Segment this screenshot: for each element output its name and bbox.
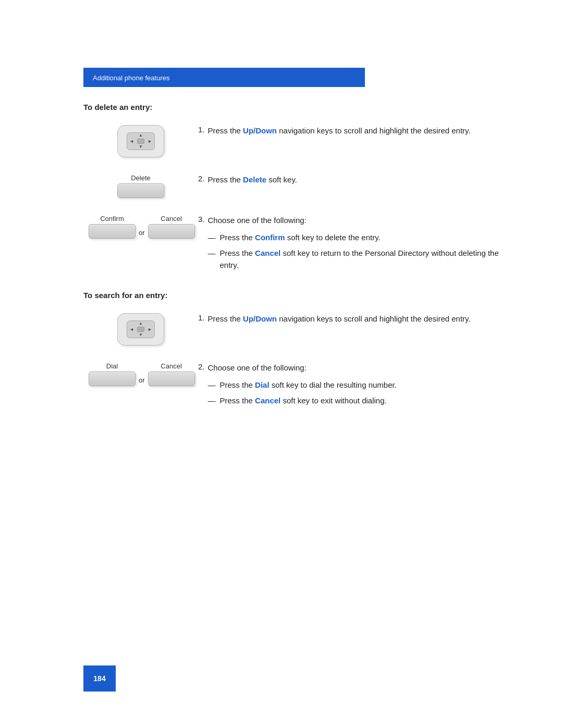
- dial-highlight: Dial: [255, 380, 270, 389]
- cancel-soft-key-2[interactable]: [148, 372, 195, 386]
- section1-step1-widget: ▲ ◄ ► ▼: [83, 123, 198, 157]
- updown-highlight-2: Up/Down: [243, 314, 277, 323]
- or-text-2: or: [139, 376, 145, 386]
- page-number: 184: [93, 674, 105, 683]
- section2: To search for an entry: ▲ ◄ ►: [83, 291, 500, 411]
- section2-step2-row: Dial or Cancel 2. Choose one: [83, 360, 500, 411]
- section2-step1-row: ▲ ◄ ► ▼ 1.: [83, 311, 500, 346]
- page-number-box: 184: [83, 665, 116, 692]
- section2-step2-text: 2. Choose one of the following: — Press …: [198, 360, 500, 411]
- header-bar: Additional phone features: [83, 68, 365, 87]
- section2-step1-text: 1. Press the Up/Down navigation keys to …: [198, 311, 500, 325]
- dial-key-label: Dial: [106, 362, 118, 370]
- section1-step2-text: 2. Press the Delete soft key.: [198, 172, 500, 186]
- cancel-highlight-2: Cancel: [255, 396, 280, 405]
- nav-up-arrow: ▲: [139, 133, 143, 138]
- nav-left-arrow: ◄: [129, 139, 134, 144]
- section1-step1-row: ▲ ◄ ► ▼ 1.: [83, 123, 500, 157]
- updown-highlight-1: Up/Down: [243, 126, 277, 135]
- section2-step2-widget: Dial or Cancel: [83, 360, 198, 386]
- dial-soft-key[interactable]: [89, 372, 136, 386]
- nav-center-btn: [137, 139, 144, 144]
- nav-key-inner: ▲ ◄ ► ▼: [127, 132, 155, 150]
- section1-step2-widget: Delete: [83, 172, 198, 198]
- nav-arrow-row: ◄ ►: [129, 139, 152, 144]
- section1: To delete an entry: ▲ ◄ ►: [83, 103, 500, 275]
- delete-highlight: Delete: [243, 175, 266, 184]
- section1-step3-text: 3. Choose one of the following: — Press …: [198, 213, 500, 275]
- section2-step1-widget: ▲ ◄ ► ▼: [83, 311, 198, 346]
- nav-down-arrow: ▼: [139, 145, 143, 149]
- cancel-key-label-1: Cancel: [161, 215, 181, 223]
- cancel-soft-key-1[interactable]: [148, 224, 195, 239]
- confirm-soft-key[interactable]: [89, 224, 136, 239]
- section2-title: To search for an entry:: [83, 291, 500, 300]
- nav-key-image: ▲ ◄ ► ▼: [117, 125, 164, 157]
- or-text-1: or: [139, 229, 145, 239]
- section1-step2-row: Delete 2. Press the Delete soft key.: [83, 172, 500, 198]
- header-title: Additional phone features: [93, 74, 169, 82]
- delete-key-label: Delete: [131, 174, 151, 182]
- confirm-highlight: Confirm: [255, 233, 285, 242]
- section1-step3-row: Confirm or Cancel 3. Choose o: [83, 213, 500, 275]
- nav-key-image-2: ▲ ◄ ► ▼: [117, 313, 164, 346]
- main-content: To delete an entry: ▲ ◄ ►: [83, 87, 500, 411]
- cancel-key-label-2: Cancel: [161, 362, 181, 370]
- confirm-key-label: Confirm: [100, 215, 124, 223]
- section1-title: To delete an entry:: [83, 103, 500, 112]
- section1-step1-text: 1. Press the Up/Down navigation keys to …: [198, 123, 500, 137]
- cancel-highlight-1: Cancel: [255, 249, 280, 257]
- nav-right-arrow: ►: [148, 139, 152, 144]
- delete-soft-key[interactable]: [117, 183, 164, 198]
- section1-step3-widget: Confirm or Cancel: [83, 213, 198, 239]
- nav-key-inner-2: ▲ ◄ ► ▼: [127, 320, 155, 338]
